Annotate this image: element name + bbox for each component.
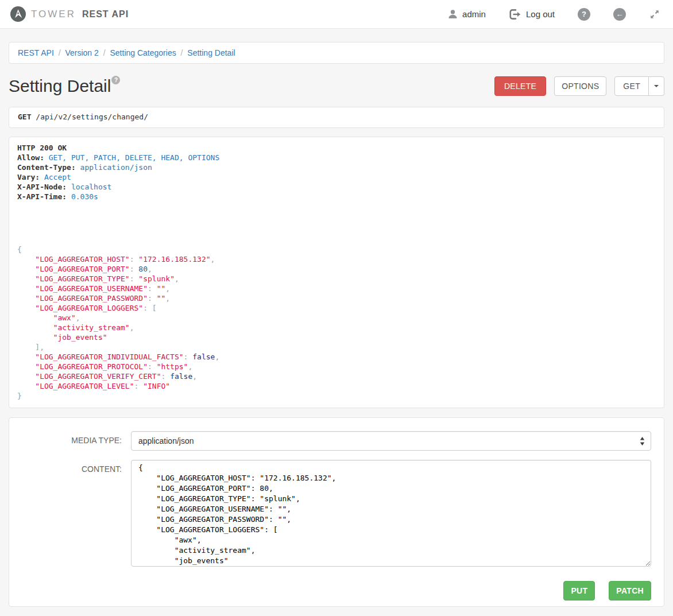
request-method: GET	[18, 113, 31, 121]
brand-tower-text: TOWER	[31, 9, 76, 20]
response-panel: HTTP 200 OK Allow: GET, PUT, PATCH, DELE…	[9, 137, 664, 408]
help-button[interactable]: ?	[566, 8, 602, 21]
put-button[interactable]: PUT	[563, 581, 595, 600]
media-type-row: MEDIA TYPE: application/json	[17, 431, 656, 451]
action-buttons: DELETE OPTIONS GET	[494, 76, 664, 96]
form-buttons: PUT PATCH	[17, 581, 651, 600]
response-status: HTTP 200 OK	[17, 144, 67, 152]
request-line: GET /api/v2/settings/changed/	[9, 107, 664, 128]
media-type-label: MEDIA TYPE:	[17, 431, 131, 451]
username-label: admin	[462, 9, 486, 19]
back-arrow-icon: ←	[613, 8, 626, 21]
logout-icon	[509, 9, 522, 20]
page-container: REST API / Version 2 / Setting Categorie…	[0, 42, 673, 607]
media-type-select[interactable]: application/json	[131, 431, 651, 451]
tower-logo-icon	[10, 6, 26, 22]
breadcrumb-link[interactable]: Setting Detail	[187, 48, 235, 57]
options-button[interactable]: OPTIONS	[554, 76, 606, 96]
delete-button[interactable]: DELETE	[494, 76, 546, 96]
get-button[interactable]: GET	[614, 76, 649, 96]
user-icon	[447, 9, 458, 20]
response-header-value: application/json	[76, 163, 152, 172]
response-header-name: X-API-Node:	[17, 183, 67, 191]
breadcrumb-separator: /	[54, 48, 65, 57]
get-dropdown-toggle[interactable]	[648, 76, 664, 96]
caret-down-icon	[654, 85, 659, 87]
page-title: Setting Detail?	[9, 75, 120, 98]
fullscreen-button[interactable]	[637, 9, 663, 20]
media-type-value: application/json	[138, 436, 194, 445]
response-header-value: localhost	[67, 183, 111, 191]
select-updown-icon	[640, 436, 645, 446]
response-header-value: Accept	[40, 173, 71, 181]
expand-icon	[649, 9, 660, 20]
patch-button[interactable]: PATCH	[609, 581, 651, 600]
breadcrumb-separator: /	[176, 48, 188, 57]
user-menu[interactable]: admin	[436, 9, 497, 20]
response-header-value: GET, PUT, PATCH, DELETE, HEAD, OPTIONS	[44, 153, 219, 162]
response-header-name: Vary:	[17, 173, 40, 181]
request-path: /api/v2/settings/changed/	[36, 113, 148, 121]
response-headers: HTTP 200 OK Allow: GET, PUT, PATCH, DELE…	[17, 143, 656, 202]
navbar-actions: admin Log out ? ←	[436, 8, 663, 21]
response-body: { "LOG_AGGREGATOR_HOST": "172.16.185.132…	[17, 245, 656, 401]
brand[interactable]: TOWER REST API	[10, 6, 129, 22]
breadcrumb: REST API / Version 2 / Setting Categorie…	[9, 42, 664, 64]
content-row: CONTENT: { "LOG_AGGREGATOR_HOST": "172.1…	[17, 460, 656, 568]
logout-button[interactable]: Log out	[497, 9, 566, 20]
help-icon: ?	[578, 8, 590, 21]
content-label: CONTENT:	[17, 460, 131, 568]
response-header-name: Allow:	[17, 153, 44, 162]
get-split-button: GET	[614, 76, 664, 96]
breadcrumb-link[interactable]: Setting Categories	[110, 48, 176, 57]
breadcrumb-separator: /	[99, 48, 110, 57]
breadcrumb-link[interactable]: REST API	[18, 48, 54, 57]
response-header-name: Content-Type:	[17, 163, 76, 172]
top-navbar: TOWER REST API admin Log out	[0, 0, 673, 29]
brand-restapi-text: REST API	[82, 9, 129, 20]
breadcrumb-link[interactable]: Version 2	[65, 48, 98, 57]
back-button[interactable]: ←	[602, 8, 637, 21]
content-form: MEDIA TYPE: application/json CONTENT: { …	[9, 417, 664, 607]
content-textarea[interactable]: { "LOG_AGGREGATOR_HOST": "172.16.185.132…	[131, 460, 651, 567]
response-header-value: 0.030s	[67, 192, 98, 201]
page-title-text: Setting Detail	[9, 76, 111, 95]
logout-label: Log out	[526, 9, 555, 19]
title-help-icon[interactable]: ?	[111, 76, 120, 84]
response-header-name: X-API-Time:	[17, 192, 67, 201]
title-row: Setting Detail? DELETE OPTIONS GET	[9, 75, 664, 98]
